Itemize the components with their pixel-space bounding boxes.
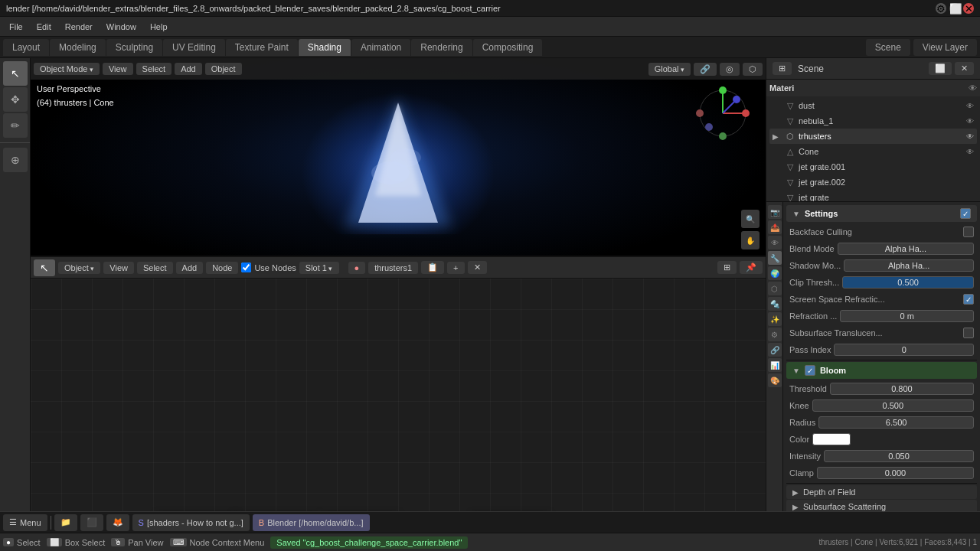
move-tool[interactable]: ✥ [3, 87, 28, 112]
taskbar-shaders[interactable]: S [shaders - How to not g...] [132, 514, 250, 531]
view-button[interactable]: View [103, 63, 133, 75]
prop-tab-modifier[interactable]: 🔩 [768, 297, 782, 311]
prop-tab-render[interactable]: 📷 [768, 205, 782, 219]
select-tool[interactable]: ↖ [3, 61, 28, 86]
backface-checkbox[interactable] [963, 227, 974, 237]
add-button[interactable]: Add [175, 63, 202, 75]
outliner-item-nebula[interactable]: ▽ nebula_1 👁 [769, 113, 977, 129]
select-button[interactable]: Select [136, 63, 172, 75]
tab-view-layer[interactable]: View Layer [913, 39, 977, 56]
tab-layout[interactable]: Layout [3, 39, 49, 56]
node-context-dropdown[interactable]: Object [58, 262, 100, 274]
taskbar-blender[interactable]: B Blender [/home/david/b...] [253, 514, 370, 531]
eye-action[interactable]: 👁 [966, 102, 974, 110]
sst-checkbox[interactable] [963, 328, 974, 338]
refraction-value[interactable]: 0 m [840, 310, 974, 322]
tab-texture-paint[interactable]: Texture Paint [226, 39, 298, 56]
taskbar-menu[interactable]: ☰ Menu [3, 514, 47, 531]
ssr-checkbox[interactable] [963, 294, 974, 305]
tab-scene[interactable]: Scene [866, 39, 910, 56]
taskbar-terminal[interactable]: ⬛ [80, 514, 103, 531]
tab-compositing[interactable]: Compositing [473, 39, 543, 56]
grab-button[interactable]: ✋ [741, 231, 760, 249]
settings-header[interactable]: ▼ Settings [786, 205, 977, 222]
radius-value[interactable]: 6.500 [818, 416, 974, 429]
clamp-value[interactable]: 0.000 [817, 467, 974, 479]
prop-tab-particles[interactable]: ✨ [768, 312, 782, 326]
dof-header[interactable]: ▶ Depth of Field [786, 485, 977, 499]
prop-tab-constraints[interactable]: 🔗 [768, 343, 782, 357]
eye-action-2[interactable]: 👁 [966, 117, 974, 126]
mode-dropdown[interactable]: Object Mode [34, 63, 100, 75]
transform-tool[interactable]: ⊕ [3, 148, 28, 172]
prop-tab-world[interactable]: 🌍 [768, 266, 782, 280]
draw-tool[interactable]: ✏ [3, 113, 28, 138]
use-nodes-checkbox[interactable] [241, 262, 251, 272]
close-button[interactable]: ✕ [963, 3, 974, 14]
tab-sculpting[interactable]: Sculpting [106, 39, 162, 56]
outliner-item-jet[interactable]: ▽ jet grate [769, 190, 977, 202]
tab-modeling[interactable]: Modeling [50, 39, 106, 56]
shadow-mode-value[interactable]: Alpha Ha... [844, 259, 974, 272]
prop-tab-output[interactable]: 📤 [768, 220, 782, 234]
blend-mode-value[interactable]: Alpha Ha... [838, 243, 974, 255]
tab-shading[interactable]: Shading [299, 39, 351, 56]
rpanel-close-btn[interactable]: ✕ [955, 62, 974, 75]
prop-tab-scene[interactable]: 🔧 [768, 251, 782, 265]
rpanel-icon-btn[interactable]: ⊞ [773, 62, 792, 75]
bloom-color-swatch[interactable] [812, 433, 851, 445]
node-node-button[interactable]: Node [206, 262, 238, 274]
threshold-value[interactable]: 0.800 [830, 383, 974, 395]
object-button[interactable]: Object [205, 63, 242, 75]
rpanel-expand-btn[interactable]: ⬜ [929, 62, 952, 75]
node-select-button[interactable]: Select [137, 262, 173, 274]
taskbar-browser[interactable]: 🦊 [106, 514, 129, 531]
material-browse-btn[interactable]: 📋 [421, 261, 444, 274]
intensity-value[interactable]: 0.050 [824, 450, 974, 462]
prop-tab-object[interactable]: ⬡ [768, 282, 782, 295]
taskbar-files[interactable]: 📁 [54, 514, 77, 531]
tab-uv-editing[interactable]: UV Editing [163, 39, 225, 56]
shading-buttons[interactable]: ⬡ [743, 63, 763, 76]
prop-tab-view[interactable]: 👁 [768, 236, 782, 249]
material-new-btn[interactable]: + [447, 262, 464, 274]
menu-file[interactable]: File [3, 21, 29, 33]
minimize-button[interactable]: ⚙ [936, 3, 946, 14]
outliner-item-jet001[interactable]: ▽ jet grate.001 [769, 159, 977, 174]
node-add-button[interactable]: Add [176, 262, 204, 274]
slot-dropdown[interactable]: Slot 1 [299, 262, 339, 274]
tab-animation[interactable]: Animation [351, 39, 410, 56]
pin-btn[interactable]: 📌 [740, 261, 763, 274]
snap-node-btn[interactable]: ⊞ [717, 261, 737, 274]
zoom-in-button[interactable]: 🔍 [741, 210, 760, 228]
transform-dropdown[interactable]: Global [648, 63, 691, 76]
prop-tab-physics[interactable]: ⚙ [768, 328, 782, 341]
overlay-button[interactable]: ◎ [720, 63, 740, 76]
pass-index-value[interactable]: 0 [834, 344, 974, 356]
menu-help[interactable]: Help [144, 21, 174, 33]
node-editor[interactable]: Texture Coordinate Generated Normal UV O… [31, 279, 766, 551]
outliner-item-trhusters[interactable]: ▶ ⬡ trhusters 👁 [769, 129, 977, 144]
node-select-tool[interactable]: ↖ [34, 259, 55, 276]
tab-rendering[interactable]: Rendering [411, 39, 472, 56]
menu-edit[interactable]: Edit [31, 21, 57, 33]
bloom-header[interactable]: ▼ Bloom [786, 362, 977, 379]
material-icon-btn[interactable]: ● [348, 262, 366, 274]
prop-tab-data[interactable]: 📊 [768, 358, 782, 372]
prop-tab-material[interactable]: 🎨 [768, 373, 782, 387]
eye-action-4[interactable]: 👁 [966, 148, 974, 156]
node-view-button[interactable]: View [103, 262, 134, 274]
menu-render[interactable]: Render [59, 21, 99, 33]
menu-window[interactable]: Window [100, 21, 142, 33]
bloom-checkbox[interactable] [805, 365, 815, 376]
viewport-3d[interactable]: Object Mode View Select Add Object Globa… [31, 58, 766, 257]
eye-action-3[interactable]: 👁 [966, 132, 974, 141]
snap-button[interactable]: 🔗 [694, 63, 717, 76]
settings-checkbox[interactable] [960, 208, 971, 219]
material-delete-btn[interactable]: ✕ [468, 261, 487, 274]
knee-value[interactable]: 0.500 [812, 399, 974, 412]
clip-thresh-value[interactable]: 0.500 [842, 276, 974, 289]
maximize-button[interactable]: ⬜ [949, 3, 960, 14]
outliner-item-cone[interactable]: △ Cone 👁 [769, 144, 977, 159]
outliner-item-jet002[interactable]: ▽ jet grate.002 [769, 174, 977, 190]
